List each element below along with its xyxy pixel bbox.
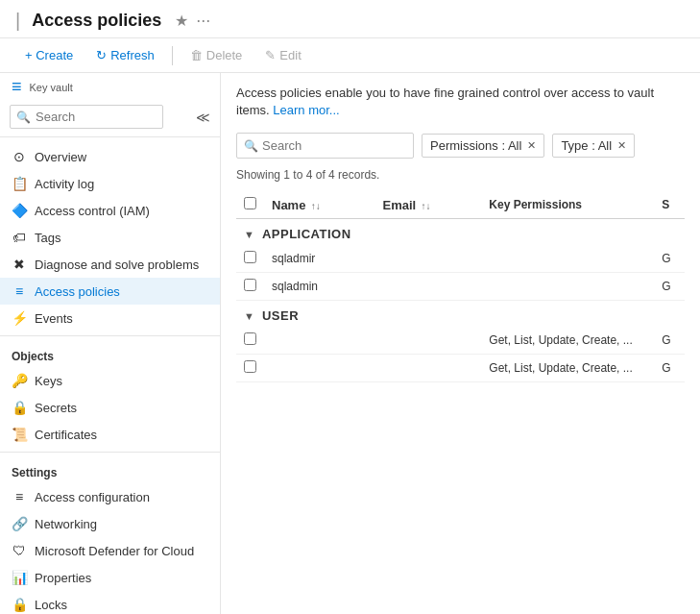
sidebar-item-label: Diagnose and solve problems: [35, 258, 199, 272]
certificates-icon: 📜: [12, 427, 27, 442]
table-row: Get, List, Update, Create, ... G: [236, 355, 685, 382]
table-row: sqladmin G: [236, 273, 685, 301]
access-control-icon: 🔷: [12, 203, 27, 218]
sidebar-item-access-config[interactable]: ≡ Access configuration: [0, 483, 220, 510]
app-row1-s: G: [654, 245, 685, 273]
defender-icon: 🛡: [12, 543, 27, 558]
sidebar-item-label: Activity log: [35, 177, 94, 191]
keyvault-label: Key vault: [30, 82, 73, 93]
filter-search-wrap: 🔍: [236, 133, 414, 159]
select-all-column: [236, 191, 264, 219]
sidebar-item-label: Networking: [35, 517, 97, 531]
content-area: Access policies enable you to have fine …: [221, 73, 700, 614]
sidebar-divider-objects: [0, 335, 220, 336]
sidebar-item-diagnose[interactable]: ✖ Diagnose and solve problems: [0, 251, 220, 278]
sidebar-item-activity-log[interactable]: 📋 Activity log: [0, 170, 220, 197]
sidebar-item-keys[interactable]: 🔑 Keys: [0, 367, 220, 394]
keyvault-icon: ≡: [12, 77, 22, 97]
refresh-icon: ↻: [96, 48, 107, 62]
tags-icon: 🏷: [12, 230, 27, 245]
sidebar-collapse-button[interactable]: ≪: [196, 110, 210, 125]
toolbar: + Create ↻ Refresh 🗑 Delete ✎ Edit: [0, 38, 700, 73]
sidebar-item-access-policies[interactable]: ≡ Access policies: [0, 278, 220, 305]
sidebar-search-input[interactable]: [10, 105, 163, 129]
diagnose-icon: ✖: [12, 257, 27, 272]
user-row1-email: [375, 327, 482, 355]
sidebar-item-networking[interactable]: 🔗 Networking: [0, 510, 220, 537]
main-layout: ≡ Key vault 🔍 ≪ ⊙ Overview 📋 Activity lo…: [0, 73, 700, 614]
row-checkbox[interactable]: [244, 279, 256, 291]
filter-bar: 🔍 Permissions : All ✕ Type : All ✕: [236, 133, 685, 159]
email-column-header[interactable]: Email ↑↓: [375, 191, 482, 219]
access-policies-table: Name ↑↓ Email ↑↓ Key Permissions S ▼: [236, 191, 685, 382]
edit-button[interactable]: ✎ Edit: [255, 44, 310, 66]
permissions-chip-close[interactable]: ✕: [527, 139, 536, 152]
table-header-row: Name ↑↓ Email ↑↓ Key Permissions S: [236, 191, 685, 219]
application-group-label: APPLICATION: [262, 227, 351, 241]
refresh-button[interactable]: ↻ Refresh: [86, 44, 164, 66]
sidebar-item-label: Access policies: [35, 284, 120, 299]
user-row2-name: [264, 355, 375, 382]
s-column-header: S: [654, 191, 685, 219]
permissions-filter-chip[interactable]: Permissions : All ✕: [422, 134, 544, 158]
sidebar-item-label: Microsoft Defender for Cloud: [35, 544, 194, 558]
email-sort-icon: ↑↓: [422, 201, 431, 211]
sidebar-item-locks[interactable]: 🔒 Locks: [0, 591, 220, 614]
filter-search-input[interactable]: [236, 133, 414, 159]
row-checkbox[interactable]: [244, 360, 256, 373]
sidebar-item-label: Access control (IAM): [35, 204, 150, 218]
sidebar-item-label: Certificates: [35, 428, 97, 442]
user-group-label: USER: [262, 308, 299, 323]
activity-log-icon: 📋: [12, 176, 27, 191]
user-row1-name: [264, 327, 375, 355]
sidebar-item-overview[interactable]: ⊙ Overview: [0, 143, 220, 170]
toolbar-divider: [172, 46, 173, 65]
delete-button[interactable]: 🗑 Delete: [181, 44, 253, 66]
name-sort-icon: ↑↓: [311, 201, 321, 211]
sidebar-item-label: Keys: [35, 374, 62, 388]
key-permissions-column-header: Key Permissions: [481, 191, 654, 219]
type-chip-label: Type : All: [561, 138, 612, 153]
sidebar-nav: ⊙ Overview 📋 Activity log 🔷 Access contr…: [0, 137, 220, 614]
delete-icon: 🗑: [190, 48, 203, 62]
sidebar-item-certificates[interactable]: 📜 Certificates: [0, 421, 220, 448]
sidebar-item-access-control[interactable]: 🔷 Access control (IAM): [0, 197, 220, 224]
application-group-chevron[interactable]: ▼: [244, 229, 254, 240]
user-row1-s: G: [654, 327, 685, 355]
more-options-icon[interactable]: ···: [196, 11, 210, 31]
access-config-icon: ≡: [12, 489, 27, 504]
user-row1-key-perms: Get, List, Update, Create, ...: [481, 327, 654, 355]
app-row1-email: [375, 245, 482, 273]
user-group-row: ▼ USER: [236, 301, 685, 328]
keyvault-header: ≡ Key vault: [0, 73, 220, 97]
properties-icon: 📊: [12, 570, 27, 585]
sidebar-item-label: Locks: [35, 598, 67, 612]
application-group-row: ▼ APPLICATION: [236, 219, 685, 246]
row-checkbox[interactable]: [244, 332, 256, 345]
user-group-chevron[interactable]: ▼: [244, 310, 254, 322]
user-row2-email: [375, 355, 482, 382]
page-title: Access policies: [32, 11, 161, 31]
permissions-chip-label: Permissions : All: [430, 138, 521, 153]
objects-section-label: Objects: [0, 340, 220, 367]
sidebar-item-properties[interactable]: 📊 Properties: [0, 564, 220, 591]
create-button[interactable]: + Create: [15, 44, 83, 66]
locks-icon: 🔒: [12, 597, 27, 612]
row-checkbox[interactable]: [244, 251, 256, 263]
sidebar-item-label: Access configuration: [35, 490, 150, 504]
sidebar-item-secrets[interactable]: 🔒 Secrets: [0, 394, 220, 421]
learn-more-link[interactable]: Learn mor...: [273, 103, 339, 117]
name-column-header[interactable]: Name ↑↓: [264, 191, 375, 219]
info-text: Access policies enable you to have fine …: [236, 85, 685, 119]
type-chip-close[interactable]: ✕: [617, 139, 626, 152]
type-filter-chip[interactable]: Type : All ✕: [552, 134, 635, 158]
favorite-icon[interactable]: ★: [175, 12, 188, 30]
app-row1-name: sqladmir: [264, 245, 375, 273]
sidebar-item-events[interactable]: ⚡ Events: [0, 305, 220, 332]
sidebar-item-defender[interactable]: 🛡 Microsoft Defender for Cloud: [0, 537, 220, 564]
user-row2-s: G: [654, 355, 685, 382]
keys-icon: 🔑: [12, 373, 27, 388]
select-all-checkbox[interactable]: [244, 197, 256, 209]
app-row2-key-perms: [481, 273, 654, 301]
sidebar-item-tags[interactable]: 🏷 Tags: [0, 224, 220, 251]
